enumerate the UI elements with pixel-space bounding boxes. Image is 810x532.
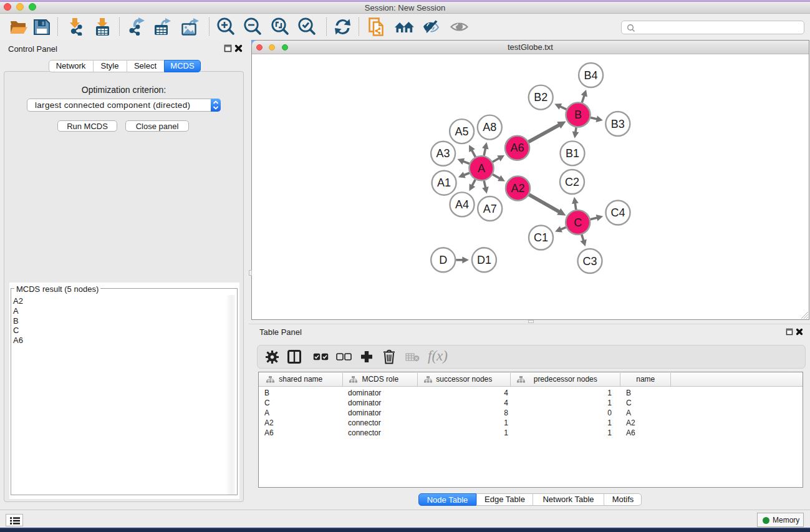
svg-text:D: D [439, 254, 447, 266]
svg-text:B: B [574, 109, 582, 121]
svg-text:A: A [478, 162, 485, 175]
svg-text:B4: B4 [584, 69, 598, 82]
svg-text:C1: C1 [534, 231, 548, 244]
svg-text:A7: A7 [483, 203, 497, 215]
svg-text:C2: C2 [565, 176, 579, 188]
svg-text:C: C [574, 216, 582, 229]
svg-text:A2: A2 [511, 182, 524, 195]
svg-text:D1: D1 [477, 254, 491, 266]
svg-text:B1: B1 [566, 147, 579, 160]
svg-text:B3: B3 [611, 118, 625, 130]
svg-text:A1: A1 [437, 177, 451, 189]
svg-text:C3: C3 [582, 255, 597, 268]
svg-text:A8: A8 [483, 121, 496, 133]
svg-text:B2: B2 [534, 91, 547, 104]
svg-text:A4: A4 [455, 198, 469, 211]
svg-text:C4: C4 [610, 206, 625, 219]
svg-text:A6: A6 [510, 142, 524, 154]
svg-text:A5: A5 [455, 125, 469, 138]
svg-text:A3: A3 [436, 147, 450, 160]
